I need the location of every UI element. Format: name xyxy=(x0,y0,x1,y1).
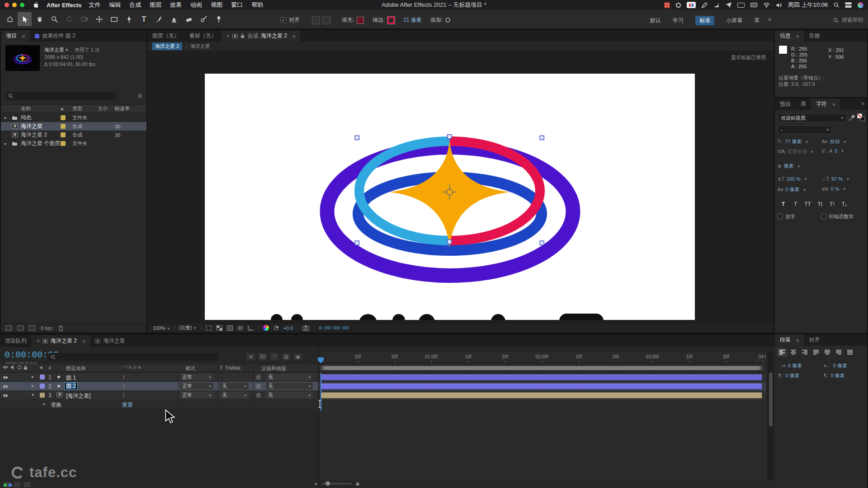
layer-label-chip[interactable] xyxy=(40,375,45,380)
stroke-swatch[interactable] xyxy=(387,17,395,24)
menu-item-7[interactable]: 窗口 xyxy=(231,1,243,9)
col-label-icon[interactable]: ◆ xyxy=(61,107,72,111)
layer-name[interactable]: [海洋之星] xyxy=(66,392,91,400)
label-chip[interactable] xyxy=(61,124,72,129)
panel-menu-icon[interactable]: ≡ xyxy=(82,338,85,344)
faux-bold-button[interactable]: T xyxy=(778,200,789,208)
tab-effect-controls[interactable]: 效果控件 圆 2 xyxy=(30,30,80,42)
layer-label-chip[interactable] xyxy=(40,384,45,389)
rotate-tool-icon[interactable] xyxy=(62,12,76,26)
parent-dropdown[interactable]: 无▾ xyxy=(266,392,313,399)
flowchart-icon[interactable]: ≣ xyxy=(137,93,142,99)
layer-name-input[interactable]: 圆 2 xyxy=(64,382,78,390)
expander-icon[interactable]: ▸ xyxy=(5,141,12,146)
window-controls[interactable] xyxy=(5,3,24,7)
menu-item-5[interactable]: 动画 xyxy=(190,1,202,9)
horizontal-scale-control[interactable]: ⇔T97 %▾ xyxy=(822,176,849,182)
stroke-width-value[interactable]: 21 像素 xyxy=(403,16,422,24)
app-status-icon[interactable] xyxy=(676,3,681,8)
label-chip[interactable] xyxy=(61,141,72,146)
tracking-control[interactable]: V↔A0▾ xyxy=(822,148,844,154)
workspace-overflow-icon[interactable]: » xyxy=(768,16,771,23)
small-caps-button[interactable]: Tt xyxy=(814,200,826,208)
menu-item-0[interactable]: 文件 xyxy=(89,1,100,9)
align-jr-button[interactable] xyxy=(834,348,844,357)
new-folder-icon[interactable] xyxy=(17,325,24,331)
col-t[interactable]: T xyxy=(220,365,223,371)
workspace-1[interactable]: 学习 xyxy=(673,17,684,24)
layer-name[interactable]: 圆 1 xyxy=(66,374,76,382)
new-composition-icon[interactable] xyxy=(29,325,35,331)
layer-expander-icon[interactable]: ▸ xyxy=(32,383,34,388)
exposure-icon[interactable] xyxy=(274,325,279,331)
parent-dropdown[interactable]: 无▾ xyxy=(266,383,313,389)
workspace-0[interactable]: 默认 xyxy=(650,17,661,24)
layer-quality-icon[interactable]: / xyxy=(123,383,124,389)
transform-group-row[interactable]: ▸ 变换 重置 xyxy=(0,400,318,409)
shy-layers-icon[interactable]: ◠ xyxy=(270,353,279,361)
layer-row-2[interactable]: ▸ 2 ★ 圆 2 / 正常▾ 无▾ @ 无▾ xyxy=(0,382,318,391)
tab-align[interactable]: 对齐 xyxy=(804,334,825,346)
siri-icon[interactable] xyxy=(858,2,863,8)
project-row-3[interactable]: ▸ 海洋之星 个图层 文件夹 xyxy=(1,139,146,148)
tab-timeline-comp1[interactable]: 海洋之星 xyxy=(90,335,130,347)
col-type[interactable]: 类型 xyxy=(72,105,98,112)
pickwhip-icon[interactable]: @ xyxy=(256,392,261,398)
tab-library[interactable]: 库 xyxy=(796,99,811,110)
expand-transfer-controls-icon[interactable] xyxy=(14,482,21,488)
tab-project[interactable]: 项目≡ xyxy=(1,30,30,42)
preview-comp-name[interactable]: 海洋之星 xyxy=(44,47,64,52)
zoom-out-mountain-icon[interactable] xyxy=(315,482,318,484)
channel-icon[interactable] xyxy=(263,325,269,331)
ligatures-checkbox[interactable]: 连字 xyxy=(778,213,795,220)
display-icon[interactable] xyxy=(750,3,757,7)
menu-item-4[interactable]: 效果 xyxy=(170,1,182,9)
baseline-shift-control[interactable]: Aa0 像素▾ xyxy=(778,186,806,193)
all-caps-button[interactable]: TT xyxy=(802,200,813,208)
font-style-dropdown[interactable]: -▾ xyxy=(778,125,832,134)
align-r-button[interactable] xyxy=(800,348,810,357)
project-search-input[interactable] xyxy=(5,92,117,100)
eyedropper-icon[interactable] xyxy=(849,115,855,121)
wifi-icon[interactable] xyxy=(763,3,770,8)
panel-menu-icon[interactable]: ≡ xyxy=(796,338,799,343)
menu-clock[interactable]: 周四 上午10:06 xyxy=(788,1,828,9)
tab-footage-viewer[interactable]: 素材（无） xyxy=(184,30,222,42)
rulers-icon[interactable] xyxy=(248,325,254,331)
tab-comp-viewer[interactable]: × 合成 海洋之星 2 ≡ xyxy=(222,30,300,42)
zoom-slider[interactable] xyxy=(322,483,352,484)
blend-mode-dropdown[interactable]: 正常▾ xyxy=(180,374,213,380)
puppet-pin-tool-icon[interactable] xyxy=(212,12,226,26)
snapshot-camera-icon[interactable] xyxy=(302,325,309,331)
eye-icon[interactable] xyxy=(2,375,9,380)
zoom-in-mountain-icon[interactable] xyxy=(355,482,360,485)
roto-brush-tool-icon[interactable] xyxy=(197,12,211,26)
tab-timeline-comp2[interactable]: × 海洋之星 2 ≡ xyxy=(32,335,90,347)
layer-row-3[interactable]: ▾ 3 [海洋之星] / 正常▾ 无▾ @ 无▾ xyxy=(0,391,318,400)
col-trkmat[interactable]: TrkMat xyxy=(225,365,241,371)
mask-mode-icon[interactable] xyxy=(312,16,320,24)
frame-blend-icon[interactable]: ▥ xyxy=(282,353,291,361)
vertical-scale-control[interactable]: ⇕T100 %▾ xyxy=(778,176,807,182)
eye-icon[interactable] xyxy=(2,385,9,389)
shape-tool-icon[interactable] xyxy=(107,12,121,26)
app-name[interactable]: After Effects xyxy=(47,2,81,9)
camera-tool-icon[interactable] xyxy=(77,12,91,26)
font-size-control[interactable]: T↕77 像素▾ xyxy=(778,138,808,145)
grid-guides-icon[interactable] xyxy=(237,325,243,331)
project-row-0[interactable]: ▸ 纯色 文件夹 xyxy=(1,113,146,122)
col-name[interactable]: 名称 xyxy=(21,105,61,112)
layer-quality-icon[interactable]: / xyxy=(123,392,124,399)
close-tab-icon[interactable]: × xyxy=(37,338,40,344)
stroke-unit-control[interactable]: ≣像素▾ xyxy=(778,163,800,169)
minimize-window-icon[interactable] xyxy=(12,3,17,7)
label-column-icon[interactable]: ◆ xyxy=(40,365,43,370)
expand-inout-icon[interactable] xyxy=(24,482,31,488)
panel-menu-icon[interactable]: ≡ xyxy=(22,33,25,39)
space-before-control[interactable]: ¶↑0 像素 xyxy=(778,372,800,379)
apple-icon[interactable] xyxy=(33,2,39,9)
tab-presets[interactable]: 预设 xyxy=(775,99,796,110)
layer-duration-bar-3[interactable] xyxy=(321,392,762,399)
eraser-tool-icon[interactable] xyxy=(182,12,196,26)
trkmat-dropdown[interactable]: 无▾ xyxy=(220,383,249,389)
